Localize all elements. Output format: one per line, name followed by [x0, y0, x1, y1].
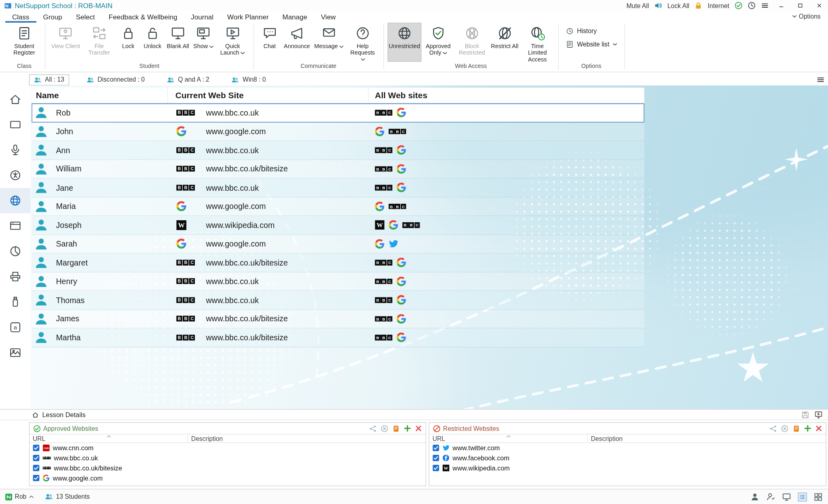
tab-group[interactable]: Group	[36, 11, 69, 23]
tab-feedback-wellbeing[interactable]: Feedback & Wellbeing	[102, 11, 184, 23]
student-row[interactable]: Johnwww.google.comBBC	[32, 122, 644, 141]
approved-only-button[interactable]: Approved Only	[421, 23, 455, 62]
website-row[interactable]: Wwww.wikipedia.com	[429, 463, 826, 473]
restrict-all-button[interactable]: Restrict All	[489, 23, 520, 62]
students-view-icon[interactable]	[750, 492, 759, 501]
website-checkbox-icon[interactable]	[433, 464, 439, 471]
tab-work-planner[interactable]: Work Planner	[220, 11, 276, 23]
student-row[interactable]: ThomasBBCwww.bbc.co.ukBBC	[32, 291, 644, 310]
unrestricted-button[interactable]: Unrestricted	[387, 23, 421, 62]
student-row[interactable]: HenryBBCwww.bbc.co.ukBBC	[32, 272, 644, 291]
close-button[interactable]	[812, 1, 826, 11]
maximize-button[interactable]	[793, 1, 807, 11]
minimize-button[interactable]	[774, 1, 788, 11]
sidebar-usb-button[interactable]	[0, 289, 31, 315]
student-row[interactable]: AnnBBCwww.bbc.co.ukBBC	[32, 141, 644, 160]
clear-list-icon[interactable]	[381, 425, 388, 432]
save-icon[interactable]	[801, 411, 809, 419]
student-tab-q-and-a-2[interactable]: Q and A : 2	[162, 74, 214, 85]
monitor-view-icon[interactable]	[782, 492, 791, 501]
list-options-icon[interactable]	[816, 76, 825, 84]
unlock-button[interactable]: Unlock	[140, 23, 165, 62]
sidebar-apps-button[interactable]: a	[0, 314, 31, 340]
show-button[interactable]: Show	[191, 23, 216, 62]
student-tab-disconnected-0[interactable]: Disconnected : 0	[82, 74, 150, 85]
options-toggle[interactable]: Options	[792, 13, 821, 20]
add-approved-website-button[interactable]	[404, 425, 411, 432]
menu-icon[interactable]	[761, 2, 769, 10]
internet-status-icon[interactable]	[735, 2, 743, 10]
website-checkbox-icon[interactable]	[33, 445, 40, 451]
message-button[interactable]: Message	[312, 23, 346, 62]
blank-all-button[interactable]: Blank All	[165, 23, 191, 62]
remove-approved-website-button[interactable]	[415, 425, 422, 432]
tab-class[interactable]: Class	[5, 11, 36, 23]
connected-tutor[interactable]: Rob	[5, 493, 34, 500]
website-checkbox-icon[interactable]	[33, 455, 40, 462]
student-row[interactable]: JaneBBCwww.bbc.co.ukBBC	[32, 178, 644, 197]
sidebar-microphone-button[interactable]	[0, 137, 31, 163]
list-view-icon[interactable]	[798, 492, 807, 501]
clear-list-icon[interactable]	[781, 425, 788, 432]
sidebar-dial-button[interactable]	[0, 162, 31, 188]
column-header-all-websites[interactable]: All Web sites	[369, 88, 644, 103]
add-restricted-website-button[interactable]	[804, 425, 811, 432]
sidebar-monitor-button[interactable]	[0, 112, 31, 137]
sidebar-printer-button[interactable]	[0, 264, 31, 289]
description-column-header[interactable]: Description	[188, 435, 426, 442]
speaker-icon[interactable]	[654, 2, 662, 10]
tab-view[interactable]: View	[314, 11, 342, 23]
description-column-header[interactable]: Description	[588, 435, 826, 442]
tab-journal[interactable]: Journal	[184, 11, 220, 23]
chat-button[interactable]: Chat	[258, 23, 282, 62]
website-row[interactable]: www.google.com	[30, 473, 426, 483]
website-checkbox-icon[interactable]	[33, 464, 40, 471]
website-checkbox-icon[interactable]	[433, 445, 439, 451]
student-row[interactable]: WilliamBBCwww.bbc.co.uk/bitesizeBBC	[32, 160, 644, 178]
history-button[interactable]: History	[565, 27, 617, 36]
time-limited-access-button[interactable]: Time Limited Access	[520, 23, 554, 62]
grid-view-icon[interactable]	[814, 492, 823, 501]
column-header-name[interactable]: Name	[32, 88, 168, 103]
website-checkbox-icon[interactable]	[33, 474, 40, 481]
clock-icon[interactable]	[748, 2, 756, 10]
apply-to-students-icon[interactable]	[769, 425, 777, 432]
sidebar-home-button[interactable]	[0, 86, 31, 112]
url-column-header[interactable]: URL	[33, 435, 45, 442]
student-row[interactable]: JamesBBCwww.bbc.co.uk/bitesizeBBC	[32, 310, 644, 328]
student-register-button[interactable]: Student Register	[7, 23, 41, 62]
lock-icon[interactable]	[695, 2, 703, 10]
student-row[interactable]: MarthaBBCwww.bbc.co.uk/bitesizeBBC	[32, 328, 644, 347]
sidebar-window-button[interactable]	[0, 213, 31, 239]
website-list-button[interactable]: Website list	[565, 40, 617, 49]
student-row[interactable]: RobBBCwww.bbc.co.ukBBC	[32, 103, 644, 122]
send-to-journal-icon[interactable]	[814, 411, 823, 419]
tab-manage[interactable]: Manage	[276, 11, 314, 23]
help-requests-button[interactable]: Help Requests	[346, 23, 380, 62]
student-row[interactable]: Sarahwww.google.com	[32, 235, 644, 253]
journal-icon[interactable]	[792, 425, 800, 432]
student-tab-win8-0[interactable]: Win8 : 0	[227, 74, 270, 85]
website-row[interactable]: BBCwww.bbc.co.uk	[30, 453, 426, 463]
announce-button[interactable]: Announce	[282, 23, 312, 62]
quick-launch-button[interactable]: Quick Launch	[216, 23, 250, 62]
column-header-current-website[interactable]: Current Web Site	[168, 88, 368, 103]
website-row[interactable]: www.facebook.com	[429, 453, 826, 463]
student-row[interactable]: MargaretBBCwww.bbc.co.uk/bitesizeBBC	[32, 253, 644, 272]
student-status-icon[interactable]	[766, 492, 775, 501]
website-row[interactable]: CNNwww.cnn.com	[30, 443, 426, 453]
url-column-header[interactable]: URL	[433, 435, 445, 442]
website-row[interactable]: www.twitter.com	[429, 443, 826, 453]
website-row[interactable]: BBCwww.bbc.co.uk/bitesize	[30, 463, 426, 473]
student-row[interactable]: Mariawww.google.comBBC	[32, 197, 644, 216]
sidebar-media-button[interactable]	[0, 340, 31, 365]
remove-restricted-website-button[interactable]	[815, 425, 822, 432]
sidebar-pie-button[interactable]	[0, 238, 31, 264]
apply-to-students-icon[interactable]	[369, 425, 376, 432]
student-tab-all-13[interactable]: All : 13	[29, 74, 69, 85]
journal-icon[interactable]	[392, 425, 399, 432]
tab-select[interactable]: Select	[69, 11, 102, 23]
website-checkbox-icon[interactable]	[433, 455, 439, 462]
sidebar-web-button[interactable]	[0, 188, 31, 213]
student-row[interactable]: JosephWwww.wikipedia.comWBBC	[32, 216, 644, 234]
